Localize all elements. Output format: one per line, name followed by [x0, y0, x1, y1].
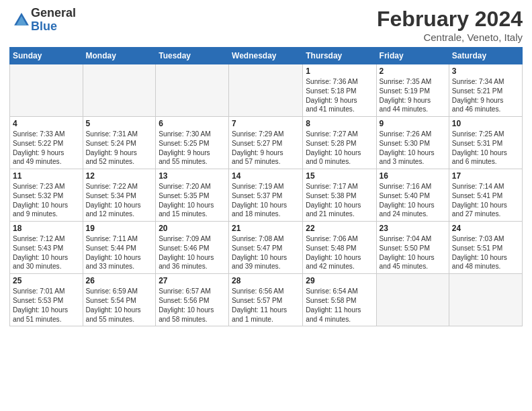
- day-info: Sunrise: 7:20 AM Sunset: 5:35 PM Dayligh…: [159, 182, 226, 219]
- day-number: 2: [380, 66, 446, 76]
- calendar-week-row: 11Sunrise: 7:23 AM Sunset: 5:32 PM Dayli…: [10, 169, 523, 222]
- day-info: Sunrise: 6:57 AM Sunset: 5:56 PM Dayligh…: [159, 287, 226, 324]
- day-number: 15: [306, 171, 373, 181]
- day-number: 22: [306, 224, 373, 233]
- day-number: 28: [232, 276, 300, 285]
- calendar-week-row: 18Sunrise: 7:12 AM Sunset: 5:43 PM Dayli…: [10, 222, 523, 274]
- logo-general: General: [31, 7, 76, 20]
- calendar-day-cell: [83, 64, 156, 117]
- calendar-day-cell: 26Sunrise: 6:59 AM Sunset: 5:54 PM Dayli…: [83, 274, 156, 326]
- calendar-day-cell: 5Sunrise: 7:31 AM Sunset: 5:24 PM Daylig…: [83, 117, 156, 169]
- weekday-header: Saturday: [449, 48, 522, 64]
- day-info: Sunrise: 7:09 AM Sunset: 5:46 PM Dayligh…: [159, 234, 226, 271]
- calendar-day-cell: [156, 64, 229, 117]
- day-number: 21: [232, 224, 300, 233]
- day-number: 13: [159, 171, 226, 181]
- calendar-day-cell: 12Sunrise: 7:22 AM Sunset: 5:34 PM Dayli…: [83, 169, 156, 222]
- day-number: 6: [159, 119, 226, 128]
- page: General Blue February 2024 Centrale, Ven…: [0, 0, 532, 411]
- calendar-week-row: 25Sunrise: 7:01 AM Sunset: 5:53 PM Dayli…: [10, 274, 523, 326]
- logo-icon: [12, 11, 31, 30]
- month-title: February 2024: [377, 7, 523, 32]
- calendar-day-cell: 3Sunrise: 7:34 AM Sunset: 5:21 PM Daylig…: [449, 64, 522, 117]
- calendar-day-cell: 25Sunrise: 7:01 AM Sunset: 5:53 PM Dayli…: [10, 274, 83, 326]
- weekday-header: Monday: [83, 48, 156, 64]
- day-number: 9: [380, 119, 446, 128]
- location-title: Centrale, Veneto, Italy: [377, 32, 523, 43]
- weekday-header: Tuesday: [156, 48, 229, 64]
- calendar-day-cell: 19Sunrise: 7:11 AM Sunset: 5:44 PM Dayli…: [83, 222, 156, 274]
- calendar-day-cell: 23Sunrise: 7:04 AM Sunset: 5:50 PM Dayli…: [376, 222, 449, 274]
- day-number: 25: [13, 276, 80, 285]
- day-info: Sunrise: 7:26 AM Sunset: 5:30 PM Dayligh…: [380, 130, 446, 167]
- title-area: February 2024 Centrale, Veneto, Italy: [377, 7, 523, 43]
- calendar-week-row: 1Sunrise: 7:36 AM Sunset: 5:18 PM Daylig…: [10, 64, 523, 117]
- calendar-day-cell: 16Sunrise: 7:16 AM Sunset: 5:40 PM Dayli…: [376, 169, 449, 222]
- calendar-day-cell: 20Sunrise: 7:09 AM Sunset: 5:46 PM Dayli…: [156, 222, 229, 274]
- weekday-header: Sunday: [10, 48, 83, 64]
- day-info: Sunrise: 7:34 AM Sunset: 5:21 PM Dayligh…: [452, 77, 519, 114]
- day-info: Sunrise: 7:19 AM Sunset: 5:37 PM Dayligh…: [232, 182, 300, 219]
- calendar-day-cell: 8Sunrise: 7:27 AM Sunset: 5:28 PM Daylig…: [303, 117, 376, 169]
- day-info: Sunrise: 7:17 AM Sunset: 5:38 PM Dayligh…: [306, 182, 373, 219]
- day-info: Sunrise: 7:11 AM Sunset: 5:44 PM Dayligh…: [86, 234, 153, 271]
- day-info: Sunrise: 7:36 AM Sunset: 5:18 PM Dayligh…: [306, 77, 373, 114]
- day-number: 18: [13, 224, 80, 233]
- calendar-day-cell: 6Sunrise: 7:30 AM Sunset: 5:25 PM Daylig…: [156, 117, 229, 169]
- calendar-day-cell: 7Sunrise: 7:29 AM Sunset: 5:27 PM Daylig…: [229, 117, 303, 169]
- weekday-header: Friday: [376, 48, 449, 64]
- day-number: 3: [452, 66, 519, 76]
- calendar-table: SundayMondayTuesdayWednesdayThursdayFrid…: [9, 47, 523, 326]
- day-number: 14: [232, 171, 300, 181]
- day-number: 11: [13, 171, 80, 181]
- day-number: 24: [452, 224, 519, 233]
- day-info: Sunrise: 7:29 AM Sunset: 5:27 PM Dayligh…: [232, 130, 300, 167]
- day-number: 27: [159, 276, 226, 285]
- day-info: Sunrise: 7:01 AM Sunset: 5:53 PM Dayligh…: [13, 287, 80, 324]
- calendar-day-cell: 29Sunrise: 6:54 AM Sunset: 5:58 PM Dayli…: [303, 274, 376, 326]
- day-number: 16: [380, 171, 446, 181]
- calendar-day-cell: [449, 274, 522, 326]
- day-info: Sunrise: 7:08 AM Sunset: 5:47 PM Dayligh…: [232, 234, 300, 271]
- day-info: Sunrise: 7:35 AM Sunset: 5:19 PM Dayligh…: [380, 77, 446, 114]
- calendar-day-cell: 15Sunrise: 7:17 AM Sunset: 5:38 PM Dayli…: [303, 169, 376, 222]
- calendar-day-cell: 17Sunrise: 7:14 AM Sunset: 5:41 PM Dayli…: [449, 169, 522, 222]
- logo-blue: Blue: [31, 20, 76, 34]
- calendar-day-cell: 18Sunrise: 7:12 AM Sunset: 5:43 PM Dayli…: [10, 222, 83, 274]
- calendar-week-row: 4Sunrise: 7:33 AM Sunset: 5:22 PM Daylig…: [10, 117, 523, 169]
- day-info: Sunrise: 7:14 AM Sunset: 5:41 PM Dayligh…: [452, 182, 519, 219]
- header: General Blue February 2024 Centrale, Ven…: [9, 7, 523, 43]
- logo: General Blue: [9, 7, 76, 34]
- day-info: Sunrise: 6:59 AM Sunset: 5:54 PM Dayligh…: [86, 287, 153, 324]
- calendar-day-cell: 11Sunrise: 7:23 AM Sunset: 5:32 PM Dayli…: [10, 169, 83, 222]
- day-info: Sunrise: 7:03 AM Sunset: 5:51 PM Dayligh…: [452, 234, 519, 271]
- day-number: 19: [86, 224, 153, 233]
- day-info: Sunrise: 7:33 AM Sunset: 5:22 PM Dayligh…: [13, 130, 80, 167]
- calendar-day-cell: [376, 274, 449, 326]
- calendar-day-cell: 27Sunrise: 6:57 AM Sunset: 5:56 PM Dayli…: [156, 274, 229, 326]
- day-info: Sunrise: 6:56 AM Sunset: 5:57 PM Dayligh…: [232, 287, 300, 324]
- day-number: 26: [86, 276, 153, 285]
- calendar-day-cell: 22Sunrise: 7:06 AM Sunset: 5:48 PM Dayli…: [303, 222, 376, 274]
- calendar-day-cell: 9Sunrise: 7:26 AM Sunset: 5:30 PM Daylig…: [376, 117, 449, 169]
- day-info: Sunrise: 7:12 AM Sunset: 5:43 PM Dayligh…: [13, 234, 80, 271]
- calendar-day-cell: 21Sunrise: 7:08 AM Sunset: 5:47 PM Dayli…: [229, 222, 303, 274]
- day-number: 20: [159, 224, 226, 233]
- weekday-header: Wednesday: [229, 48, 303, 64]
- day-info: Sunrise: 7:04 AM Sunset: 5:50 PM Dayligh…: [380, 234, 446, 271]
- weekday-header: Thursday: [303, 48, 376, 64]
- weekday-header-row: SundayMondayTuesdayWednesdayThursdayFrid…: [10, 48, 523, 64]
- day-info: Sunrise: 7:23 AM Sunset: 5:32 PM Dayligh…: [13, 182, 80, 219]
- day-number: 12: [86, 171, 153, 181]
- day-number: 17: [452, 171, 519, 181]
- calendar-day-cell: 13Sunrise: 7:20 AM Sunset: 5:35 PM Dayli…: [156, 169, 229, 222]
- day-number: 5: [86, 119, 153, 128]
- day-number: 23: [380, 224, 446, 233]
- calendar-day-cell: [10, 64, 83, 117]
- calendar-day-cell: 1Sunrise: 7:36 AM Sunset: 5:18 PM Daylig…: [303, 64, 376, 117]
- day-number: 7: [232, 119, 300, 128]
- calendar-day-cell: 28Sunrise: 6:56 AM Sunset: 5:57 PM Dayli…: [229, 274, 303, 326]
- day-number: 29: [306, 276, 373, 285]
- day-info: Sunrise: 7:25 AM Sunset: 5:31 PM Dayligh…: [452, 130, 519, 167]
- day-info: Sunrise: 7:06 AM Sunset: 5:48 PM Dayligh…: [306, 234, 373, 271]
